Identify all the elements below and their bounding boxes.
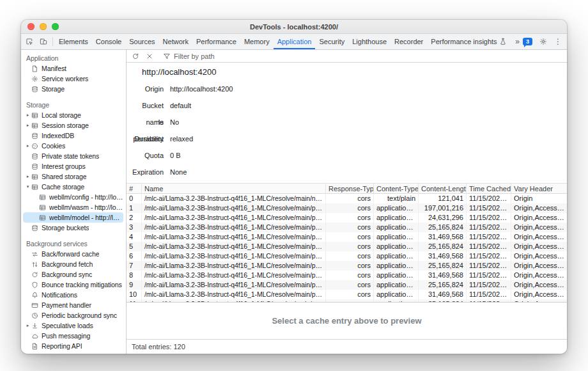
sidebar-item-private-state-tokens[interactable]: Private state tokens [23,151,123,161]
sidebar-item-shared-storage[interactable]: ▸Shared storage [23,171,123,182]
chevron-down-icon[interactable]: ▾ [25,184,31,189]
sidebar-item-local-storage[interactable]: ▸Local storage [23,110,123,120]
cache-entry-row[interactable]: 10/mlc-ai/Llama-3.2-3B-Instruct-q4f16_1-… [127,290,567,299]
table-icon [38,214,47,221]
sidebar-item-background-sync[interactable]: Background sync [23,269,123,280]
column-header-vary-header[interactable]: Vary Header [511,184,567,194]
storage-icon [31,225,39,232]
sidebar-item-label: IndexedDB [42,132,74,139]
tab-sources[interactable]: Sources [125,34,159,49]
cell-vary-header: Origin,Access… [511,261,567,271]
cache-metadata: Originhttp://localhost:4200Bucket namede… [127,79,567,180]
cell-response-type: cors [326,232,374,242]
zoom-window-button[interactable] [52,23,59,30]
sidebar-item-webllm-wasm-http-loca[interactable]: webllm/wasm - http://loca… [23,202,123,212]
settings-button[interactable] [536,38,550,45]
chevron-right-icon[interactable]: ▸ [25,113,31,118]
chevron-right-icon[interactable]: ▸ [25,123,31,128]
sidebar-item-periodic-background-sync[interactable]: Periodic background sync [23,310,123,320]
more-tabs-button[interactable]: » [515,37,519,46]
sidebar-item-webllm-config-http-loc[interactable]: webllm/config - http://loc… [23,192,123,202]
sidebar-item-session-storage[interactable]: ▸Session storage [23,120,123,130]
sidebar-item-webllm-model-http-loc[interactable]: webllm/model - http://loc… [23,212,123,223]
cell-response-type: cors [326,271,374,280]
tab-elements[interactable]: Elements [55,34,92,49]
cell-content-type: application/oc… [374,280,419,290]
sidebar-item-payment-handler[interactable]: Payment handler [23,300,123,310]
console-messages-badge[interactable]: 3 [523,38,532,45]
column-header-content-length[interactable]: Content-Length [419,184,467,194]
sidebar-item-background-fetch[interactable]: Background fetch [23,259,123,269]
cache-entry-row[interactable]: 2/mlc-ai/Llama-3.2-3B-Instruct-q4f16_1-M… [127,213,567,223]
sidebar-item-storage[interactable]: Storage [23,84,123,94]
tab-network[interactable]: Network [159,34,192,49]
chevron-right-icon[interactable]: ▸ [25,174,31,179]
inspect-element-button[interactable] [22,34,36,49]
sidebar-item-reporting-api[interactable]: Reporting API [23,341,123,351]
devtools-window: DevTools - localhost:4200/ ElementsConso… [21,20,567,354]
sidebar-item-label: Speculative loads [42,322,93,329]
tab-performance-insights[interactable]: Performance insights [427,34,510,49]
cache-entry-row[interactable]: 3/mlc-ai/Llama-3.2-3B-Instruct-q4f16_1-M… [127,223,567,232]
column-header-time-cached[interactable]: Time Cached [467,184,511,194]
sidebar-item-label: Push messaging [42,332,90,340]
table-body: 0/mlc-ai/Llama-3.2-3B-Instruct-q4f16_1-M… [127,194,567,302]
cache-field-bucket-name: Bucket namedefault [127,97,567,114]
cache-entry-row[interactable]: 9/mlc-ai/Llama-3.2-3B-Instruct-q4f16_1-M… [127,280,567,290]
sidebar-item-manifest[interactable]: Manifest [23,63,123,74]
tab-recorder[interactable]: Recorder [391,34,427,49]
sidebar-item-indexeddb[interactable]: IndexedDB [23,130,123,141]
cell-vary-header: Origin,Access… [511,203,567,213]
tab-console[interactable]: Console [92,34,125,49]
sidebar-item-interest-groups[interactable]: Interest groups [23,161,123,171]
cache-entry-row[interactable]: 5/mlc-ai/Llama-3.2-3B-Instruct-q4f16_1-M… [127,242,567,251]
sidebar-item-service-workers[interactable]: Service workers [23,74,123,84]
column-header-response-type[interactable]: Response-Type [326,184,374,194]
sidebar-item-cookies[interactable]: ▸Cookies [23,141,123,151]
cell-name: /mlc-ai/Llama-3.2-3B-Instruct-q4f16_1-ML… [142,223,326,232]
document-icon [31,65,39,72]
minimize-window-button[interactable] [40,23,47,30]
sidebar-item-cache-storage[interactable]: ▾Cache storage [23,182,123,192]
sidebar-item-label: Payment handler [42,301,91,309]
cell-time-cached: 11/15/2024, 10… [467,280,511,290]
messages-count: 3 [526,38,529,45]
column-header-[interactable]: # [127,184,142,194]
field-label: Is persistent [127,114,164,130]
tab-lighthouse[interactable]: Lighthouse [348,34,391,49]
filter-input[interactable] [174,52,270,60]
devtools-tab-bar: ElementsConsoleSourcesNetworkPerformance… [21,34,567,50]
customize-devtools-button[interactable]: ⋮ [554,37,562,46]
cache-entry-row[interactable]: 8/mlc-ai/Llama-3.2-3B-Instruct-q4f16_1-M… [127,271,567,280]
close-window-button[interactable] [27,23,35,30]
cache-entry-row[interactable]: 1/mlc-ai/Llama-3.2-3B-Instruct-q4f16_1-M… [127,203,567,213]
sidebar-item-speculative-loads[interactable]: ▸Speculative loads [23,320,123,331]
refresh-button[interactable] [129,52,142,60]
back-forward-icon [31,251,39,258]
column-header-name[interactable]: Name [142,184,326,194]
cache-entry-row[interactable]: 0/mlc-ai/Llama-3.2-3B-Instruct-q4f16_1-M… [127,194,567,203]
tab-application[interactable]: Application [274,34,316,49]
cell-name: /mlc-ai/Llama-3.2-3B-Instruct-q4f16_1-ML… [142,271,326,280]
cell-content-length: 121,041 [419,194,467,203]
sidebar-item-storage-buckets[interactable]: Storage buckets [23,223,123,233]
sidebar-item-notifications[interactable]: Notifications [23,290,123,300]
sidebar-item-bounce-tracking-mitigations[interactable]: Bounce tracking mitigations [23,280,123,290]
titlebar[interactable]: DevTools - localhost:4200/ [21,20,567,34]
column-header-content-type[interactable]: Content-Type [374,184,419,194]
cell-content-length: 25,165,824 [419,280,467,290]
chevron-right-icon[interactable]: ▸ [25,143,31,148]
tab-memory[interactable]: Memory [240,34,274,49]
cache-entry-row[interactable]: 4/mlc-ai/Llama-3.2-3B-Instruct-q4f16_1-M… [127,232,567,242]
chevron-right-icon[interactable]: ▸ [25,323,31,328]
tab-security[interactable]: Security [315,34,348,49]
sidebar-item-push-messaging[interactable]: Push messaging [23,331,123,341]
cache-entry-row[interactable]: 7/mlc-ai/Llama-3.2-3B-Instruct-q4f16_1-M… [127,261,567,271]
cache-entry-row[interactable]: 6/mlc-ai/Llama-3.2-3B-Instruct-q4f16_1-M… [127,251,567,261]
sidebar-item-back-forward-cache[interactable]: Back/forward cache [23,249,123,259]
sidebar-item-label: Background sync [42,271,92,278]
device-toolbar-button[interactable] [36,34,50,49]
delete-selected-button[interactable] [143,52,156,60]
speculative-icon [31,322,39,329]
tab-performance[interactable]: Performance [192,34,240,49]
